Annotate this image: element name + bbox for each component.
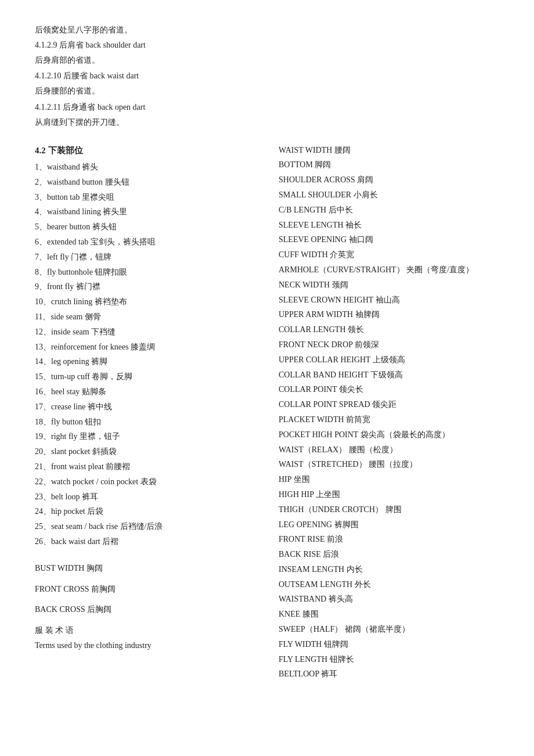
right-list-item: KNEE 膝围 (279, 607, 499, 621)
right-list-item: SHOULDER ACROSS 肩阔 (279, 173, 499, 187)
right-list-item: BACK RISE 后浪 (279, 548, 499, 561)
right-list-item: SMALL SHOULDER 小肩长 (279, 188, 499, 202)
right-list-item: WAISTBAND 裤头高 (279, 592, 499, 606)
right-list-item: COLLAR LENGTH 领长 (279, 323, 499, 337)
right-list-item: UPPER COLLAR HEIGHT 上级领高 (279, 353, 499, 367)
right-list-item: ARMHOLE（CURVE/STRAIGHT） 夹圈（弯度/直度） (279, 263, 499, 277)
list-item: 10、crutch lining 裤裆垫布 (35, 295, 255, 309)
right-list-item: SLEEVE CROWN HEIGHT 袖山高 (279, 293, 499, 307)
list-item: 15、turn-up cuff 卷脚，反脚 (35, 370, 255, 384)
right-list-item: HIP 坐围 (279, 473, 499, 487)
list-item: 6、extended tab 宝剑头，裤头搭咀 (35, 235, 255, 249)
list-item: 14、leg opening 裤脚 (35, 355, 255, 369)
clothing-title: 服 装 术 语 (35, 624, 255, 638)
list-item: 18、fly button 钮扣 (35, 415, 255, 429)
right-list-item: OUTSEAM LENGTH 外长 (279, 578, 499, 592)
sec-41210-desc: 后身腰部的省道。 (35, 84, 499, 98)
list-item: 22、watch pocket / coin pocket 表袋 (35, 475, 255, 489)
list-item: 7、left fly 门襟，钮牌 (35, 250, 255, 264)
right-list-item: CUFF WIDTH 介英宽 (279, 248, 499, 262)
intro-line1: 后领窝处呈八字形的省道。 (35, 23, 499, 37)
list-item: 12、inside seam 下裆缝 (35, 325, 255, 339)
list-item: 9、front fly 裤门襟 (35, 280, 255, 294)
right-list-item: COLLAR BAND HEIGHT 下级领高 (279, 368, 499, 382)
list-item: 23、belt loop 裤耳 (35, 490, 255, 504)
list-item: 16、heel stay 贴脚条 (35, 385, 255, 399)
list-item: 24、hip pocket 后袋 (35, 505, 255, 519)
list-item: 20、slant pocket 斜插袋 (35, 445, 255, 459)
right-list-item: COLLAR POINT 领尖长 (279, 383, 499, 397)
right-list-item: SLEEVE LENGTH 袖长 (279, 218, 499, 232)
list-item: 25、seat seam / back rise 后裆缝/后浪 (35, 520, 255, 534)
section42-items: 1、waistband 裤头2、waistband button 腰头钮3、bu… (35, 160, 255, 549)
sec-41211-label: 4.1.2.11 后身通省 back open dart (35, 100, 499, 114)
list-item: 13、reinforcement for knees 膝盖绸 (35, 340, 255, 354)
list-item: 1、waistband 裤头 (35, 160, 255, 174)
right-list-item: FRONT RISE 前浪 (279, 532, 499, 546)
right-list-item: FRONT NECK DROP 前领深 (279, 338, 499, 352)
right-list-item: WAIST WIDTH 腰阔 (279, 143, 499, 157)
right-list-item: FLY LENGTH 钮牌长 (279, 653, 499, 667)
right-list-item: BELTLOOP 裤耳 (279, 667, 499, 681)
page-wrapper: 后领窝处呈八字形的省道。 4.1.2.9 后肩省 back shoulder d… (35, 23, 499, 682)
sec-41211-desc: 从肩缝到下摆的开刀缝。 (35, 116, 499, 129)
bust-width: BUST WIDTH 胸阔 (35, 561, 255, 575)
left-column: 4.2 下装部位 1、waistband 裤头2、waistband butto… (35, 143, 255, 683)
right-list-item: COLLAR POINT SPREAD 领尖距 (279, 398, 499, 412)
list-item: 8、fly buttonhole 钮牌扣眼 (35, 265, 255, 279)
right-list-item: SWEEP（HALF） 裙阔（裙底半度） (279, 622, 499, 636)
intro-section: 后领窝处呈八字形的省道。 4.1.2.9 后肩省 back shoulder d… (35, 23, 499, 129)
section42-heading: 4.2 下装部位 (35, 143, 255, 159)
right-list-item: WAIST（STRETCHED） 腰围（拉度） (279, 458, 499, 471)
sec-41210-label: 4.1.2.10 后腰省 back waist dart (35, 69, 499, 83)
right-list-item: UPPER ARM WIDTH 袖脾阔 (279, 308, 499, 322)
right-list-item: PLACKET WIDTH 前筒宽 (279, 413, 499, 427)
back-cross: BACK CROSS 后胸阔 (35, 603, 255, 617)
right-list-item: POCKET HIGH POINT 袋尖高（袋最长的高度） (279, 428, 499, 442)
right-list-item: SLEEVE OPENING 袖口阔 (279, 233, 499, 247)
list-item: 21、front waist pleat 前腰褶 (35, 460, 255, 474)
list-item: 2、waistband button 腰头钮 (35, 175, 255, 189)
right-list-item: WAIST（RELAX） 腰围（松度） (279, 443, 499, 457)
list-item: 11、side seam 侧骨 (35, 310, 255, 324)
right-list-item: INSEAM LENGTH 内长 (279, 563, 499, 577)
terms-used: Terms used by the clothing industry (35, 639, 255, 653)
right-list-item: BOTTOM 脚阔 (279, 158, 499, 172)
right-list-item: C/B LENGTH 后中长 (279, 203, 499, 217)
list-item: 4、waistband lining 裤头里 (35, 205, 255, 219)
front-cross: FRONT CROSS 前胸阔 (35, 582, 255, 596)
right-list-item: HIGH HIP 上坐围 (279, 488, 499, 502)
right-list-item: FLY WIDTH 钮牌阔 (279, 638, 499, 651)
list-item: 5、bearer button 裤头钮 (35, 220, 255, 234)
sec-4129-desc: 后身肩部的省道。 (35, 53, 499, 67)
list-item: 26、back waist dart 后褶 (35, 535, 255, 549)
list-item: 3、button tab 里襟尖咀 (35, 190, 255, 204)
right-list-item: LEG OPENING 裤脚围 (279, 518, 499, 532)
sec-4129-label: 4.1.2.9 后肩省 back shoulder dart (35, 38, 499, 52)
list-item: 19、right fly 里襟，钮子 (35, 430, 255, 444)
right-list-item: THIGH（UNDER CROTCH） 脾围 (279, 503, 499, 517)
right-list-item: NECK WIDTH 颈阔 (279, 278, 499, 292)
list-item: 17、crease line 裤中线 (35, 400, 255, 414)
right-column: WAIST WIDTH 腰阔BOTTOM 脚阔SHOULDER ACROSS 肩… (279, 143, 499, 683)
